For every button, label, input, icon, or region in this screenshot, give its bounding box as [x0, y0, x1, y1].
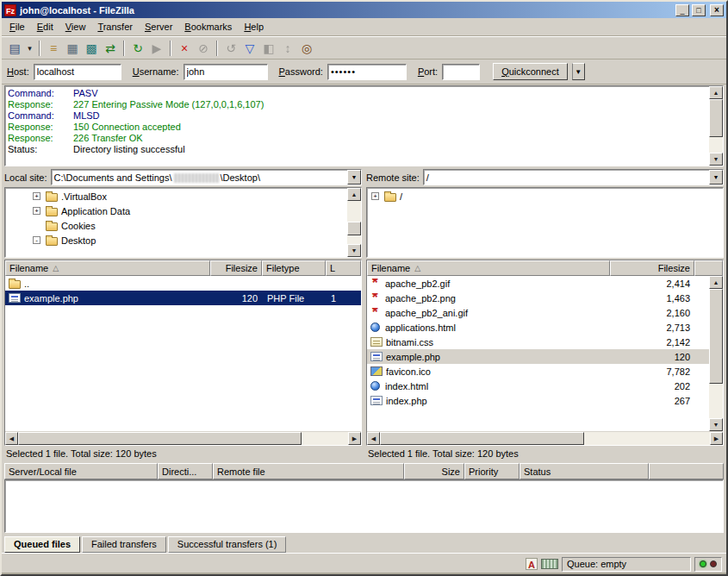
quickconnect-button[interactable]: Quickconnect — [493, 63, 568, 80]
remote-list-hscrollbar[interactable]: ◀ ▶ — [367, 431, 723, 445]
scroll-up-button[interactable]: ▲ — [347, 188, 361, 201]
scroll-down-button[interactable]: ▼ — [709, 153, 723, 166]
scroll-down-button[interactable]: ▼ — [709, 418, 723, 431]
scroll-thumb[interactable] — [380, 432, 584, 445]
expander-icon[interactable]: + — [33, 192, 40, 200]
scroll-left-button[interactable]: ◀ — [367, 432, 380, 445]
toggle-remote-tree-icon[interactable]: ▩ — [82, 39, 101, 58]
table-row[interactable]: apache_pb2.png1,463 — [367, 291, 709, 305]
column-header-size[interactable]: Size — [404, 463, 464, 479]
refresh-icon[interactable]: ↻ — [128, 39, 147, 58]
expander-icon[interactable]: + — [33, 207, 40, 215]
tab-queued-files[interactable]: Queued files — [4, 536, 80, 553]
table-row[interactable]: apache_pb2.gif2,414 — [367, 276, 709, 291]
site-manager-icon[interactable]: ▤ — [5, 39, 24, 58]
tab-successful-transfers[interactable]: Successful transfers (1) — [168, 536, 287, 553]
scroll-track[interactable] — [380, 432, 710, 445]
scroll-up-button[interactable]: ▲ — [709, 276, 723, 289]
menu-transfer[interactable]: Transfer — [91, 19, 139, 34]
disconnect-icon[interactable]: ⊘ — [194, 39, 213, 58]
tree-item-label: .VirtualBox — [61, 191, 107, 202]
menu-help[interactable]: Help — [238, 19, 270, 34]
scroll-right-button[interactable]: ▶ — [348, 432, 361, 445]
scroll-up-button[interactable]: ▲ — [709, 86, 723, 99]
toggle-message-log-icon[interactable]: ≡ — [44, 39, 63, 58]
scroll-track[interactable] — [709, 99, 723, 153]
table-row[interactable]: index.html202 — [367, 379, 709, 393]
local-path-combobox[interactable]: C:\Documents and Settings\\Desktop\ ▼ — [51, 169, 362, 185]
expander-icon[interactable]: - — [33, 236, 40, 244]
local-tree-scrollbar[interactable]: ▲ ▼ — [347, 188, 361, 257]
column-header-filename[interactable]: Filename△ — [367, 260, 610, 276]
minimize-button[interactable]: _ — [675, 4, 689, 16]
table-row[interactable]: applications.html2,713 — [367, 320, 709, 335]
tree-item[interactable]: +Application Data — [5, 203, 347, 218]
menu-edit[interactable]: Edit — [31, 19, 59, 34]
title-bar[interactable]: Fz john@localhost - FileZilla _ □ × — [2, 2, 726, 18]
local-path-dropdown-button[interactable]: ▼ — [347, 170, 361, 185]
tree-item[interactable]: -Desktop — [5, 233, 347, 247]
username-input[interactable] — [184, 64, 268, 80]
table-row-selected[interactable]: example.php 120 PHP File 1 — [5, 291, 361, 305]
password-input[interactable] — [327, 64, 407, 80]
toggle-local-tree-icon[interactable]: ▦ — [63, 39, 82, 58]
port-input[interactable] — [442, 64, 480, 80]
column-header-filename[interactable]: Filename△ — [5, 260, 210, 276]
column-header-filesize[interactable]: Filesize — [210, 260, 262, 276]
scroll-track[interactable] — [347, 201, 361, 244]
scroll-thumb[interactable] — [709, 289, 723, 384]
scroll-thumb[interactable] — [18, 432, 302, 445]
local-list-hscrollbar[interactable]: ◀ ▶ — [5, 431, 361, 445]
tree-item[interactable]: +/ — [367, 189, 723, 203]
toggle-transfer-queue-icon[interactable]: ⇄ — [101, 39, 120, 58]
expander-icon[interactable]: + — [371, 192, 379, 200]
quickconnect-dropdown-button[interactable]: ▼ — [572, 63, 585, 80]
reconnect-icon[interactable]: ↺ — [221, 39, 240, 58]
directory-comparison-icon[interactable]: ◧ — [259, 39, 278, 58]
column-header-remote-file[interactable]: Remote file — [213, 463, 404, 479]
tab-failed-transfers[interactable]: Failed transfers — [82, 536, 166, 553]
column-header-direction[interactable]: Directi... — [158, 463, 213, 479]
column-header-filetype[interactable]: Filetype — [262, 260, 326, 276]
remote-path-combobox[interactable]: / ▼ — [423, 169, 724, 185]
scroll-track[interactable] — [709, 289, 723, 418]
cancel-icon[interactable]: × — [175, 39, 194, 58]
menu-file[interactable]: File — [3, 19, 31, 34]
process-queue-icon[interactable]: ▶ — [147, 39, 166, 58]
log-scrollbar[interactable]: ▲ ▼ — [709, 86, 723, 166]
table-row[interactable]: apache_pb2_ani.gif2,160 — [367, 305, 709, 320]
table-row-selected[interactable]: example.php120 — [367, 349, 709, 364]
synchronized-browsing-icon[interactable]: ↕ — [278, 39, 297, 58]
close-button[interactable]: × — [710, 4, 724, 16]
scroll-thumb[interactable] — [347, 222, 361, 235]
filter-icon[interactable]: ▽ — [240, 39, 259, 58]
table-row[interactable]: .. — [5, 276, 361, 291]
activity-led-receive — [700, 560, 706, 567]
column-header-lastmodified[interactable]: L — [326, 260, 361, 276]
table-row[interactable]: favicon.ico7,782 — [367, 364, 709, 379]
icon-glyph: × — [181, 42, 188, 54]
scroll-track[interactable] — [18, 432, 348, 445]
column-header-server-local-file[interactable]: Server/Local file — [4, 463, 158, 479]
table-row[interactable]: bitnami.css2,142 — [367, 335, 709, 349]
menu-server[interactable]: Server — [139, 19, 178, 34]
site-manager-dropdown-icon[interactable]: ▾ — [24, 39, 35, 58]
menu-bookmarks[interactable]: Bookmarks — [178, 19, 238, 34]
column-header-filesize[interactable]: Filesize — [610, 260, 694, 276]
scroll-thumb[interactable] — [709, 99, 723, 137]
column-header-status[interactable]: Status — [520, 463, 649, 479]
host-input[interactable] — [34, 64, 121, 80]
remote-path-dropdown-button[interactable]: ▼ — [709, 170, 723, 185]
tree-item[interactable]: Cookies — [5, 218, 347, 233]
column-header-priority[interactable]: Priority — [464, 463, 520, 479]
activity-indicators — [694, 557, 722, 572]
scroll-left-button[interactable]: ◀ — [5, 432, 18, 445]
scroll-right-button[interactable]: ▶ — [710, 432, 723, 445]
maximize-button[interactable]: □ — [692, 4, 706, 16]
find-files-icon[interactable]: ◎ — [297, 39, 316, 58]
remote-list-scrollbar[interactable]: ▲ ▼ — [709, 276, 723, 431]
tree-item[interactable]: +.VirtualBox — [5, 189, 347, 203]
scroll-down-button[interactable]: ▼ — [347, 244, 361, 257]
menu-view[interactable]: View — [59, 19, 92, 34]
table-row[interactable]: index.php267 — [367, 393, 709, 408]
